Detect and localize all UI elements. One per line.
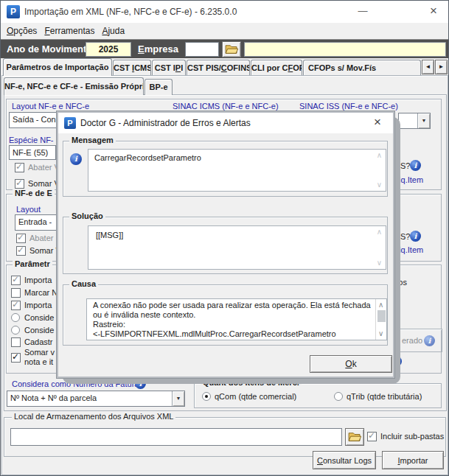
empresa-name-input[interactable] (244, 42, 446, 57)
causa-text-line: <-LFSIMPORTNFEXML.mdlMultProc.CarregarRe… (93, 329, 372, 339)
tab-cli-por-cfop[interactable]: CLI por CFOP (251, 60, 302, 76)
ano-movimento-input[interactable]: 2025 (86, 42, 131, 57)
dialog-title: Doctor G - Administrador de Erros e Aler… (80, 118, 251, 128)
abater-checkbox[interactable]: ✓ (15, 163, 24, 172)
tab-bpe[interactable]: BP-e (145, 79, 173, 95)
qcom-radio[interactable] (202, 392, 211, 401)
dropdown-arrow-icon[interactable]: ▼ (172, 391, 184, 406)
somar-valor-label-line2: nota e it (24, 357, 53, 366)
sinac-icms-label: SINAC ICMS (NF-e e NFC-e) (173, 102, 279, 111)
causa-text-line: A conexão não pode ser usada para realiz… (93, 301, 372, 310)
app-icon: P (7, 5, 20, 18)
qtrib-label: qTrib (qtde tributária) (347, 392, 422, 401)
dialog-group-solucao: Solução [[MSG]] ∧ ∨ (63, 217, 388, 274)
tab-scroll-right-button[interactable]: ► (435, 60, 448, 74)
solucao-textarea[interactable]: [[MSG]] ∧ ∨ (88, 225, 386, 270)
especie-field[interactable]: NF-E (55) (9, 145, 56, 160)
importa-checkbox-1[interactable]: ✓ (11, 276, 21, 285)
combobox-value: Nº Nota + Nº da parcela (10, 393, 97, 402)
tab-scroll-left-button[interactable]: ◄ (422, 60, 434, 74)
button-label: Consultar Logs (317, 456, 372, 465)
group-title: NF-e de E (13, 189, 55, 197)
tab-label: CST PIS/COFINS (187, 63, 250, 72)
check-icon: ✓ (12, 274, 19, 284)
check-icon: ✓ (15, 178, 23, 188)
scroll-up-icon[interactable]: ∧ (378, 301, 383, 309)
scrollbar-thumb[interactable] (377, 310, 386, 322)
window-title: Importação em XML (NF-e, NFC-e e CF-e) -… (24, 7, 237, 17)
dropdown-arrow-icon[interactable]: ▼ (417, 113, 430, 128)
minimize-button[interactable]: — (352, 3, 374, 19)
check-icon: ✓ (12, 351, 19, 362)
info-icon[interactable]: i (410, 160, 421, 171)
tab-emissao-propria[interactable]: NF-e, NFC-e e CF-e - Emissão Própria (4, 77, 144, 95)
layout-label: Layout (16, 205, 41, 214)
consultar-logs-button[interactable]: Consultar Logs (313, 451, 376, 469)
causa-scrollbar[interactable]: ∧ ∨ (375, 299, 386, 340)
xml-path-input[interactable] (10, 428, 342, 446)
somar-valor-checkbox[interactable]: ✓ (11, 353, 21, 363)
importa-label-1: Importa (24, 276, 52, 284)
fatura-combobox[interactable]: Nº Nota + Nº da parcela ▼ (7, 391, 185, 407)
considera-radio-1[interactable] (11, 313, 20, 322)
toolbar-strip: Ano de Movimento 2025 Empresa (1, 39, 449, 58)
considera-radio-2[interactable] (11, 326, 20, 335)
menu-ferramentas[interactable]: Ferramentas (44, 26, 94, 36)
abater-label: Abater V (28, 163, 60, 172)
group-title: Local de Armazenamento dos Arquivos XML (12, 412, 175, 421)
chevron-down-icon[interactable]: ∨ (377, 259, 382, 267)
tab-cfops-mov-fis[interactable]: CFOPs s/ Mov.Fís (303, 60, 421, 76)
abater-checkbox[interactable]: ✓ (16, 234, 26, 243)
tab-cst-icms[interactable]: CST ICMS (113, 60, 151, 76)
ok-button[interactable]: Ok (310, 355, 392, 373)
combobox-value: Saída - Con (13, 115, 56, 124)
chevron-up-icon[interactable]: ∧ (377, 152, 382, 159)
chevron-up-icon[interactable]: ∧ (377, 228, 382, 236)
tab-parametros-importacao[interactable]: Parâmetros de Importação (3, 58, 112, 76)
check-icon: ✓ (17, 245, 24, 255)
menu-opcoes[interactable]: Opções (7, 26, 37, 36)
solucao-text: [[MSG]] (88, 226, 386, 244)
somar-checkbox[interactable]: ✓ (15, 179, 24, 189)
mensagem-textarea[interactable]: CarregarRecordsetParametro ∧ ∨ (88, 149, 386, 192)
erado-fragment: erado (402, 336, 422, 345)
considera-label-2: Conside (24, 326, 54, 335)
marcar-label: Marcar N (24, 288, 58, 297)
check-icon: ✓ (17, 232, 24, 242)
importar-button[interactable]: Importar (382, 451, 444, 469)
chevron-down-icon[interactable]: ∨ (377, 181, 382, 189)
info-icon[interactable]: i (410, 231, 421, 242)
empresa-browse-button[interactable] (222, 41, 241, 57)
xml-browse-button[interactable] (345, 428, 364, 446)
qcom-label: qCom (qtde comercial) (215, 392, 296, 401)
sinac-iss-combobox[interactable]: ▼ (398, 113, 431, 129)
importa-checkbox-2[interactable]: ✓ (11, 301, 21, 310)
info-icon[interactable]: i (424, 335, 435, 346)
tab-cst-ipi[interactable]: CST IPI (152, 60, 186, 76)
tab-label: CST IPI (155, 63, 184, 72)
causa-textarea[interactable]: A conexão não pode ser usada para realiz… (86, 298, 387, 340)
sinac-iss-label: SINAC ISS (NF-e e NFC-e) (299, 102, 398, 111)
titlebar: P Importação em XML (NF-e, NFC-e e CF-e)… (1, 1, 449, 23)
tab-label: CLI por CFOP (251, 63, 302, 72)
tab-cst-pis-cofins[interactable]: CST PIS/COFINS (187, 60, 250, 76)
scroll-down-icon[interactable]: ∨ (378, 330, 383, 337)
menu-ajuda[interactable]: Ajuda (102, 26, 125, 36)
dialog-close-button[interactable]: × (369, 114, 386, 130)
marcar-checkbox[interactable] (11, 288, 21, 298)
somar-checkbox[interactable]: ✓ (16, 246, 26, 256)
layout-nfe-label: Layout NF-e e NFC-e (12, 102, 89, 111)
open-folder-icon (348, 432, 361, 442)
incluir-subpastas-checkbox[interactable]: ✓ (367, 432, 377, 441)
open-folder-icon (225, 44, 238, 55)
group-title: Parâmetr (13, 259, 52, 268)
qtrib-radio[interactable] (334, 392, 343, 401)
somar-valor-label-line1: Somar v (24, 348, 55, 357)
tab-label: Parâmetros de Importação (7, 63, 109, 71)
group-local-xml: Local de Armazenamento dos Arquivos XML … (4, 417, 446, 457)
close-button[interactable]: × (422, 3, 445, 19)
empresa-code-input[interactable] (185, 42, 219, 57)
group-title: Solução (69, 211, 105, 220)
cadastr-checkbox[interactable] (11, 337, 21, 347)
empresa-label: Empresa (138, 43, 178, 55)
